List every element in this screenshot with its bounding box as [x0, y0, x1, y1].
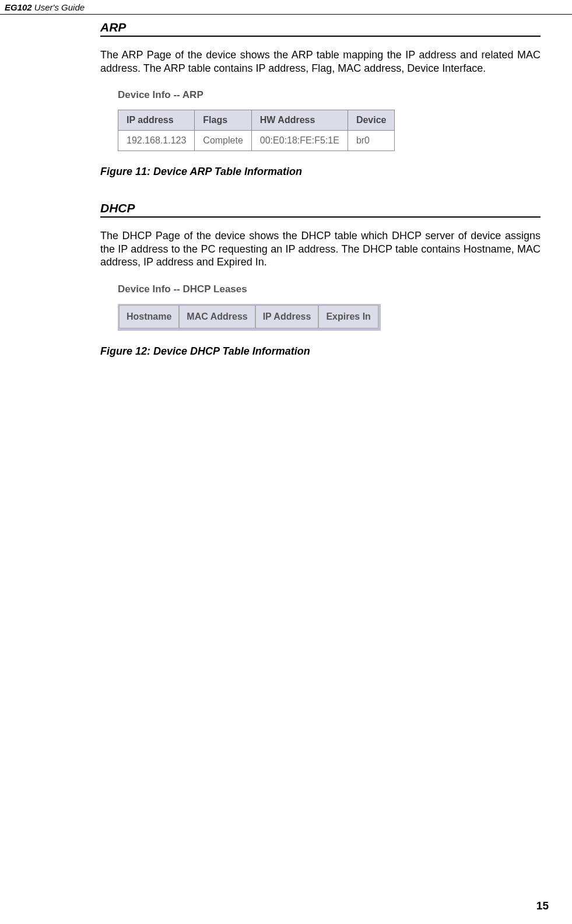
dhcp-table: Hostname MAC Address IP Address Expires …	[118, 304, 381, 331]
dhcp-paragraph: The DHCP Page of the device shows the DH…	[100, 229, 541, 269]
dhcp-figure: Device Info -- DHCP Leases Hostname MAC …	[118, 284, 541, 331]
arp-figure: Device Info -- ARP IP address Flags HW A…	[118, 89, 541, 151]
arp-section-title: ARP	[100, 20, 541, 37]
arp-cell: 192.168.1.123	[118, 131, 195, 151]
page-content: ARP The ARP Page of the device shows the…	[0, 20, 572, 358]
arp-th-flags: Flags	[195, 110, 251, 131]
arp-cell: br0	[348, 131, 395, 151]
arp-th-hw: HW Address	[251, 110, 348, 131]
product-name: EG102	[5, 2, 32, 12]
arp-figure-title: Device Info -- ARP	[118, 89, 541, 101]
arp-cell: Complete	[195, 131, 251, 151]
page-number: 15	[536, 900, 549, 912]
dhcp-th-expires: Expires In	[318, 305, 378, 328]
arp-cell: 00:E0:18:FE:F5:1E	[251, 131, 348, 151]
dhcp-th-mac: MAC Address	[179, 305, 255, 328]
doc-title: User's Guide	[32, 2, 85, 12]
dhcp-th-hostname: Hostname	[119, 305, 179, 328]
dhcp-section-title: DHCP	[100, 201, 541, 218]
dhcp-figure-caption: Figure 12: Device DHCP Table Information	[100, 345, 541, 358]
dhcp-figure-title: Device Info -- DHCP Leases	[118, 284, 541, 295]
arp-figure-caption: Figure 11: Device ARP Table Information	[100, 166, 541, 178]
page-header: EG102 User's Guide	[0, 0, 572, 15]
arp-th-ip: IP address	[118, 110, 195, 131]
arp-table: IP address Flags HW Address Device 192.1…	[118, 110, 395, 151]
arp-paragraph: The ARP Page of the device shows the ARP…	[100, 48, 541, 75]
dhcp-th-ip: IP Address	[255, 305, 319, 328]
arp-th-device: Device	[348, 110, 395, 131]
